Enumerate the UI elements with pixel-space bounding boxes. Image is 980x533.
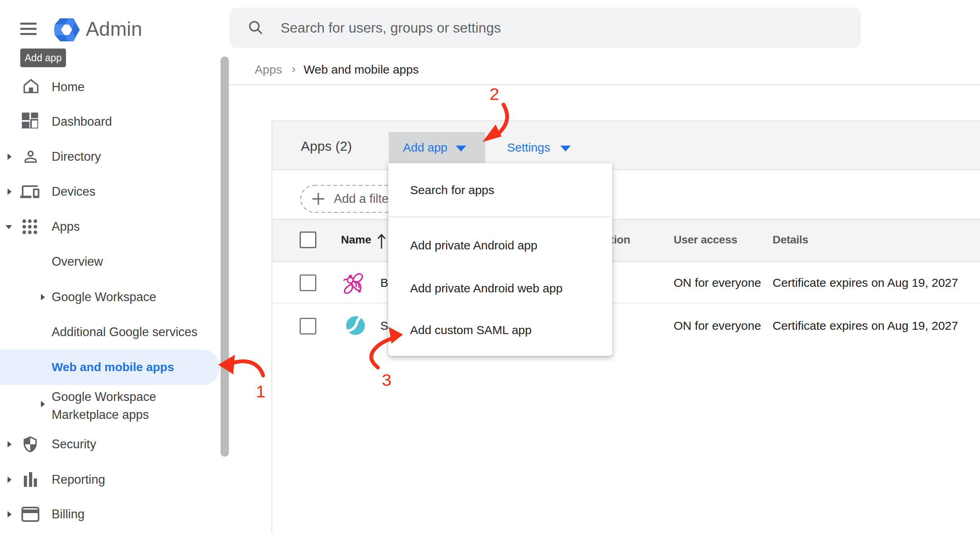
svg-text:3: 3: [382, 370, 391, 389]
svg-text:1: 1: [256, 382, 265, 401]
svg-text:2: 2: [490, 84, 499, 103]
